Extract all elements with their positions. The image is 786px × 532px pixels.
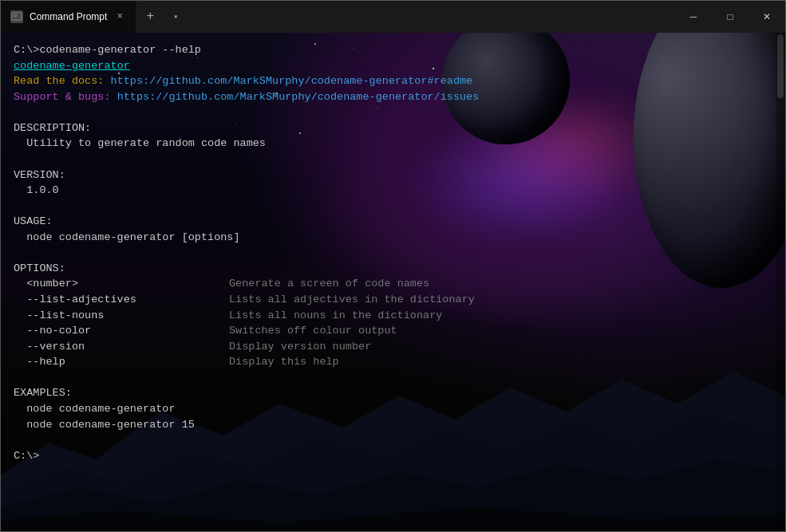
option-list-adj: --list-adjectivesLists all adjectives in… bbox=[14, 292, 772, 308]
blank-4 bbox=[14, 245, 772, 261]
tab-label: Command Prompt bbox=[30, 11, 107, 22]
version-text: 1.0.0 bbox=[14, 183, 772, 199]
example-2: node codename-generator 15 bbox=[14, 417, 772, 433]
option-help: --helpDisplay this help bbox=[14, 354, 772, 370]
app-name-line: codename-generator bbox=[14, 58, 772, 74]
support-line: Support & bugs: https://github.com/MarkS… bbox=[14, 89, 772, 105]
examples-header: EXAMPLES: bbox=[14, 385, 772, 401]
option-version: --versionDisplay version number bbox=[14, 339, 772, 355]
usage-header: USAGE: bbox=[14, 214, 772, 230]
option-number: <number>Generate a screen of code names bbox=[14, 276, 772, 292]
active-tab[interactable]: Command Prompt × bbox=[1, 1, 136, 33]
description-text: Utility to generate random code names bbox=[14, 136, 772, 152]
minimize-button[interactable]: ─ bbox=[675, 1, 712, 33]
tab-icon bbox=[10, 10, 23, 23]
window: Command Prompt × + ▾ ─ □ ✕ bbox=[0, 0, 786, 532]
terminal-text-area[interactable]: C:\>codename-generator --help codename-g… bbox=[1, 33, 785, 531]
titlebar: Command Prompt × + ▾ ─ □ ✕ bbox=[1, 1, 785, 33]
tab-dropdown-button[interactable]: ▾ bbox=[164, 1, 187, 33]
terminal-body[interactable]: C:\>codename-generator --help codename-g… bbox=[1, 33, 785, 531]
option-no-color: --no-colorSwitches off colour output bbox=[14, 323, 772, 339]
tab-strip: Command Prompt × + ▾ bbox=[1, 1, 675, 33]
blank-3 bbox=[14, 199, 772, 215]
close-button[interactable]: ✕ bbox=[748, 1, 785, 33]
blank-6 bbox=[14, 432, 772, 448]
blank-1 bbox=[14, 104, 772, 120]
version-header: VERSION: bbox=[14, 167, 772, 183]
options-header: OPTIONS: bbox=[14, 261, 772, 277]
maximize-button[interactable]: □ bbox=[712, 1, 748, 33]
command-line: C:\>codename-generator --help bbox=[14, 42, 772, 58]
window-controls: ─ □ ✕ bbox=[675, 1, 785, 33]
new-tab-button[interactable]: + bbox=[136, 1, 164, 33]
scrollbar-thumb[interactable] bbox=[777, 34, 784, 98]
tab-close-button[interactable]: × bbox=[113, 10, 126, 23]
example-1: node codename-generator bbox=[14, 401, 772, 417]
docs-line: Read the docs: https://github.com/MarkSM… bbox=[14, 73, 772, 89]
blank-5 bbox=[14, 370, 772, 386]
final-prompt: C:\> bbox=[14, 448, 772, 464]
usage-text: node codename-generator [options] bbox=[14, 230, 772, 246]
scrollbar[interactable] bbox=[776, 33, 785, 531]
blank-2 bbox=[14, 152, 772, 167]
option-list-nouns: --list-nounsLists all nouns in the dicti… bbox=[14, 308, 772, 324]
description-header: DESCRIPTION: bbox=[14, 120, 772, 136]
